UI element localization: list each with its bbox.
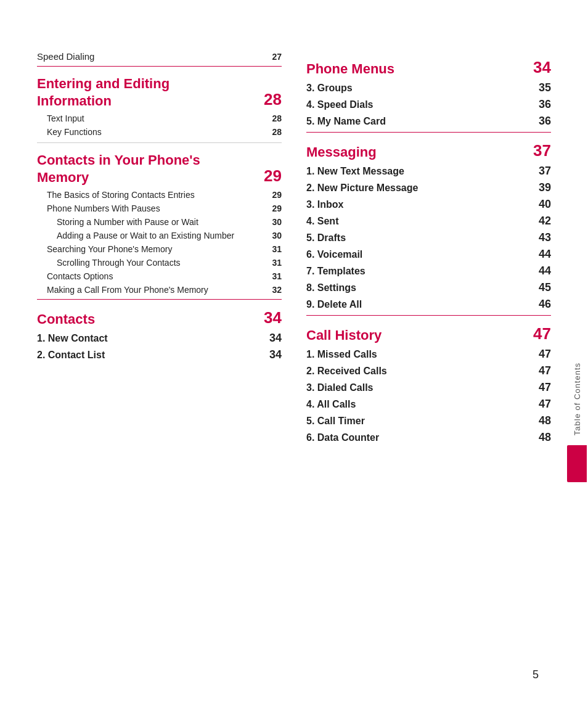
list-item: 4. All Calls47	[306, 396, 551, 413]
item-page: 44	[531, 265, 551, 277]
call-history-row: Call History 47	[306, 324, 551, 343]
item-label: 8. Settings	[306, 282, 531, 293]
phone-menus-section: Phone Menus 34	[306, 58, 551, 77]
item-label: Contacts Options	[37, 271, 262, 281]
contacts-items-list: 1. New Contact342. Contact List34	[37, 330, 282, 363]
list-item: Scrolling Through Your Contacts31	[37, 256, 282, 269]
list-item: 5. Drafts43	[306, 229, 551, 246]
item-page: 31	[262, 271, 282, 281]
item-page: 48	[531, 414, 551, 427]
side-tab-label: Table of Contents	[573, 358, 582, 440]
speed-dialing-page: 27	[262, 52, 282, 62]
item-page: 29	[262, 203, 282, 213]
contacts-section-row: Contacts 34	[37, 308, 282, 327]
item-label: Making a Call From Your Phone's Memory	[37, 285, 262, 295]
item-label: 4. Speed Dials	[306, 99, 531, 110]
page: Speed Dialing 27 Entering and Editing In…	[0, 0, 588, 706]
contacts-section-title: Contacts	[37, 311, 95, 328]
list-item: 3. Dialed Calls47	[306, 379, 551, 396]
page-number: 5	[533, 668, 539, 681]
item-page: 34	[262, 348, 282, 361]
item-page: 31	[262, 258, 282, 268]
list-item: 1. New Text Message37	[306, 163, 551, 179]
entering-section-page: 28	[264, 90, 282, 109]
entering-section-title: Entering and Editing Information	[37, 75, 169, 109]
item-label: 1. New Text Message	[306, 166, 531, 177]
item-label: Phone Numbers With Pauses	[37, 203, 262, 213]
item-label: 3. Dialed Calls	[306, 382, 531, 393]
list-item: 6. Voicemail44	[306, 246, 551, 263]
phone-menus-title: Phone Menus	[306, 60, 394, 78]
phone-menus-page: 34	[533, 58, 551, 77]
list-item: Searching Your Phone's Memory31	[37, 242, 282, 256]
list-item: 6. Data Counter48	[306, 429, 551, 446]
item-label: 6. Data Counter	[306, 432, 531, 443]
list-item: Making a Call From Your Phone's Memory32	[37, 283, 282, 297]
item-label: 9. Delete All	[306, 299, 531, 310]
item-page: 46	[531, 298, 551, 311]
list-item: 4. Sent42	[306, 213, 551, 229]
item-page: 37	[531, 165, 551, 178]
speed-dialing-label: Speed Dialing	[37, 51, 262, 62]
item-label: 3. Groups	[306, 83, 531, 94]
contacts-memory-row: Contacts in Your Phone's Memory 29	[37, 152, 282, 186]
divider-call-history	[306, 315, 551, 316]
item-label: 2. Received Calls	[306, 366, 531, 377]
side-tab-bar	[567, 445, 587, 482]
item-page: 32	[262, 285, 282, 295]
item-label: Scrolling Through Your Contacts	[37, 258, 262, 268]
divider-messaging	[306, 132, 551, 133]
item-label: 6. Voicemail	[306, 249, 531, 260]
list-item: 3. Inbox40	[306, 196, 551, 213]
phone-menus-items-list: 3. Groups354. Speed Dials365. My Name Ca…	[306, 80, 551, 129]
list-item: Adding a Pause or Wait to an Existing Nu…	[37, 229, 282, 242]
list-item: 9. Delete All46	[306, 296, 551, 313]
item-label: 5. My Name Card	[306, 116, 531, 127]
divider-entering	[37, 66, 282, 67]
contacts-section: Contacts 34	[37, 308, 282, 327]
item-label: 2. Contact List	[37, 350, 262, 361]
item-page: 48	[531, 431, 551, 444]
item-label: Key Functions	[37, 127, 262, 137]
item-page: 47	[531, 398, 551, 411]
list-item: 2. Received Calls47	[306, 363, 551, 379]
contacts-memory-line2: Memory	[37, 169, 200, 186]
side-tab: Table of Contents	[566, 358, 588, 482]
item-label: 5. Call Timer	[306, 416, 531, 427]
contacts-memory-title: Contacts in Your Phone's Memory	[37, 152, 200, 186]
item-page: 44	[531, 248, 551, 261]
list-item: Text Input28	[37, 112, 282, 125]
messaging-page: 37	[533, 141, 551, 160]
contacts-section-page: 34	[264, 308, 282, 327]
entering-section-row: Entering and Editing Information 28	[37, 75, 282, 109]
item-page: 42	[531, 215, 551, 228]
list-item: 8. Settings45	[306, 279, 551, 296]
item-page: 47	[531, 364, 551, 377]
item-page: 35	[531, 81, 551, 94]
messaging-items-list: 1. New Text Message372. New Picture Mess…	[306, 163, 551, 313]
item-label: The Basics of Storing Contacts Entries	[37, 190, 262, 200]
item-label: Adding a Pause or Wait to an Existing Nu…	[37, 231, 262, 240]
item-page: 47	[531, 381, 551, 394]
item-label: 1. New Contact	[37, 333, 262, 344]
list-item: Phone Numbers With Pauses29	[37, 202, 282, 215]
messaging-row: Messaging 37	[306, 141, 551, 160]
toc-speed-dialing: Speed Dialing 27	[37, 49, 282, 64]
list-item: 3. Groups35	[306, 80, 551, 96]
call-history-items-list: 1. Missed Calls472. Received Calls473. D…	[306, 346, 551, 446]
call-history-page: 47	[533, 324, 551, 343]
item-page: 28	[262, 127, 282, 137]
entering-items-list: Text Input28Key Functions28	[37, 112, 282, 139]
list-item: 1. New Contact34	[37, 330, 282, 347]
item-page: 36	[531, 115, 551, 128]
messaging-title: Messaging	[306, 144, 377, 161]
phone-menus-row: Phone Menus 34	[306, 58, 551, 77]
list-item: Storing a Number with Pause or Wait30	[37, 215, 282, 229]
list-item: 1. Missed Calls47	[306, 346, 551, 363]
item-page: 43	[531, 231, 551, 244]
item-label: Searching Your Phone's Memory	[37, 244, 262, 254]
toc-columns: Speed Dialing 27 Entering and Editing In…	[37, 49, 551, 446]
item-label: 1. Missed Calls	[306, 349, 531, 360]
item-page: 29	[262, 190, 282, 200]
call-history-section: Call History 47	[306, 324, 551, 343]
